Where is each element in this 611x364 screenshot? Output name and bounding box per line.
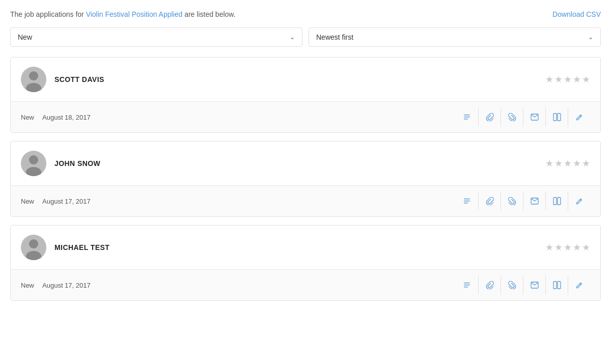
star-5[interactable]: ★: [582, 243, 590, 252]
star-2[interactable]: ★: [554, 243, 563, 252]
notes-icon[interactable]: [456, 192, 478, 210]
svg-rect-4: [464, 117, 470, 118]
email-icon[interactable]: [523, 192, 545, 210]
sort-filter-value: Newest first: [316, 33, 353, 41]
status-filter-chevron-icon: ⌄: [290, 34, 295, 41]
rating-stars[interactable]: ★★★★★: [545, 159, 590, 168]
star-5[interactable]: ★: [582, 75, 590, 84]
star-4[interactable]: ★: [573, 243, 581, 252]
status-filter-value: New: [18, 33, 32, 41]
columns-icon[interactable]: [545, 276, 568, 294]
star-4[interactable]: ★: [573, 75, 581, 84]
clip-icon[interactable]: [501, 108, 523, 126]
applicant-name: MICHAEL TEST: [54, 243, 109, 251]
download-csv-link[interactable]: Download CSV: [552, 10, 601, 18]
applicant-card: SCOTT DAVIS ★★★★★ New August 18, 2017: [10, 57, 601, 133]
clip-icon[interactable]: [501, 276, 523, 294]
avatar: [21, 235, 46, 260]
star-5[interactable]: ★: [582, 159, 590, 168]
edit-icon[interactable]: [568, 192, 590, 210]
applicant-left: SCOTT DAVIS: [21, 67, 104, 92]
applicant-card: MICHAEL TEST ★★★★★ New August 17, 2017: [10, 225, 601, 301]
star-3[interactable]: ★: [564, 159, 572, 168]
applicant-left: MICHAEL TEST: [21, 235, 109, 260]
svg-point-19: [29, 239, 38, 248]
applicant-bottom: New August 17, 2017: [11, 185, 600, 216]
svg-rect-3: [464, 115, 470, 116]
svg-rect-13: [464, 201, 470, 202]
status-badge: New: [21, 198, 34, 205]
svg-rect-22: [464, 285, 470, 286]
edit-icon[interactable]: [568, 108, 590, 126]
star-4[interactable]: ★: [573, 159, 581, 168]
star-1[interactable]: ★: [545, 159, 553, 168]
applicant-name: JOHN SNOW: [54, 159, 100, 167]
star-2[interactable]: ★: [554, 75, 563, 84]
attachment-icon[interactable]: [478, 192, 501, 210]
avatar: [21, 151, 46, 176]
sort-filter-chevron-icon: ⌄: [588, 34, 593, 41]
star-3[interactable]: ★: [564, 75, 572, 84]
applicant-top: MICHAEL TEST ★★★★★: [11, 226, 600, 269]
attachment-icon[interactable]: [478, 108, 501, 126]
action-icons: [456, 192, 590, 210]
star-3[interactable]: ★: [564, 243, 572, 252]
rating-stars[interactable]: ★★★★★: [545, 75, 590, 84]
svg-rect-26: [558, 282, 561, 289]
svg-rect-7: [553, 114, 557, 121]
svg-rect-17: [558, 198, 561, 205]
status-filter-select[interactable]: New ⌄: [10, 27, 302, 47]
clip-icon[interactable]: [501, 192, 523, 210]
application-date: August 17, 2017: [42, 282, 91, 289]
email-icon[interactable]: [523, 108, 545, 126]
applicant-left: JOHN SNOW: [21, 151, 100, 176]
status-badge: New: [21, 282, 34, 289]
applicant-meta: New August 17, 2017: [21, 282, 91, 289]
svg-rect-5: [464, 119, 468, 120]
application-date: August 17, 2017: [42, 198, 91, 205]
page-container: The job applications for Violin Festival…: [10, 10, 601, 301]
header-suffix: are listed below.: [182, 10, 235, 18]
applicant-meta: New August 17, 2017: [21, 198, 91, 205]
position-link[interactable]: Violin Festival Position Applied: [86, 10, 183, 18]
svg-rect-21: [464, 283, 470, 284]
sort-filter-select[interactable]: Newest first ⌄: [309, 27, 601, 47]
applicant-bottom: New August 17, 2017: [11, 269, 600, 300]
star-2[interactable]: ★: [554, 159, 563, 168]
applicant-name: SCOTT DAVIS: [54, 75, 104, 83]
svg-rect-14: [464, 203, 468, 204]
svg-rect-23: [464, 287, 468, 288]
star-1[interactable]: ★: [545, 75, 553, 84]
svg-point-1: [29, 71, 38, 80]
header-prefix: The job applications for: [10, 10, 86, 18]
attachment-icon[interactable]: [478, 276, 501, 294]
applicants-list: SCOTT DAVIS ★★★★★ New August 18, 2017: [10, 57, 601, 301]
notes-icon[interactable]: [456, 276, 478, 294]
svg-rect-25: [553, 282, 557, 289]
svg-point-10: [29, 155, 38, 164]
svg-rect-8: [558, 114, 561, 121]
header-row: The job applications for Violin Festival…: [10, 10, 601, 18]
avatar: [21, 67, 46, 92]
applicant-bottom: New August 18, 2017: [11, 101, 600, 132]
rating-stars[interactable]: ★★★★★: [545, 243, 590, 252]
star-1[interactable]: ★: [545, 243, 553, 252]
application-date: August 18, 2017: [42, 114, 91, 121]
header-text: The job applications for Violin Festival…: [10, 10, 236, 18]
applicant-card: JOHN SNOW ★★★★★ New August 17, 2017: [10, 141, 601, 217]
columns-icon[interactable]: [545, 108, 568, 126]
applicant-meta: New August 18, 2017: [21, 114, 91, 121]
action-icons: [456, 108, 590, 126]
status-badge: New: [21, 114, 34, 121]
svg-rect-12: [464, 199, 470, 200]
edit-icon[interactable]: [568, 276, 590, 294]
email-icon[interactable]: [523, 276, 545, 294]
notes-icon[interactable]: [456, 108, 478, 126]
applicant-top: JOHN SNOW ★★★★★: [11, 142, 600, 185]
filters-row: New ⌄ Newest first ⌄: [10, 27, 601, 47]
columns-icon[interactable]: [545, 192, 568, 210]
action-icons: [456, 276, 590, 294]
applicant-top: SCOTT DAVIS ★★★★★: [11, 58, 600, 101]
svg-rect-16: [553, 198, 557, 205]
